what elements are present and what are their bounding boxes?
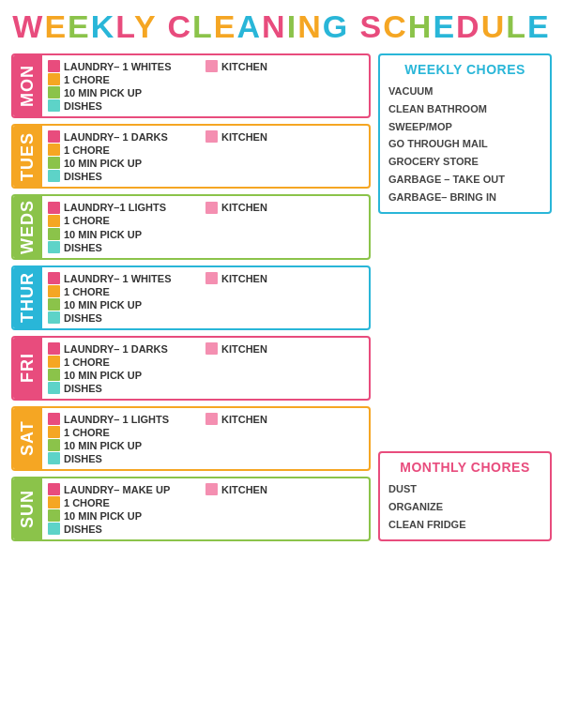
weekly-chore-item: SWEEP/MOP xyxy=(388,118,541,136)
chore-text: 1 CHORE xyxy=(64,427,110,438)
day-content-sun: LAUNDRY– MAKE UPKITCHEN1 CHORE10 MIN PIC… xyxy=(42,478,369,539)
chore-item: KITCHEN xyxy=(205,60,363,72)
chore-text: 10 MIN PICK UP xyxy=(64,440,142,451)
day-content-sat: LAUNDRY– 1 LIGHTSKITCHEN1 CHORE10 MIN PI… xyxy=(42,408,369,469)
chore-item xyxy=(205,426,363,438)
orange-swatch xyxy=(48,73,60,85)
chore-text: 1 CHORE xyxy=(64,215,110,226)
weekly-chore-item: GARBAGE – TAKE OUT xyxy=(388,171,541,189)
chore-item: LAUNDRY– 1 DARKS xyxy=(48,342,205,355)
day-label-tues: TUES xyxy=(13,126,42,187)
chore-item: 10 MIN PICK UP xyxy=(48,157,205,169)
pink-swatch xyxy=(205,202,218,214)
day-content-thur: LAUNDRY– 1 WHITESKITCHEN1 CHORE10 MIN PI… xyxy=(42,267,369,328)
green-swatch xyxy=(48,228,60,240)
chore-text: LAUNDRY– 1 WHITES xyxy=(64,61,172,72)
teal-swatch xyxy=(48,311,60,324)
green-swatch xyxy=(48,509,60,522)
teal-swatch xyxy=(48,170,60,182)
chore-item: DISHES xyxy=(48,241,205,253)
chore-item xyxy=(205,215,363,227)
chore-item: 10 MIN PICK UP xyxy=(48,509,205,522)
chore-text: 10 MIN PICK UP xyxy=(64,158,142,169)
day-content-fri: LAUNDRY– 1 DARKSKITCHEN1 CHORE10 MIN PIC… xyxy=(42,338,369,399)
chore-text: KITCHEN xyxy=(221,273,267,284)
chore-item xyxy=(205,228,363,240)
chore-text: KITCHEN xyxy=(221,131,267,143)
green-swatch xyxy=(48,369,60,381)
day-block-tues: TUESLAUNDRY– 1 DARKSKITCHEN1 CHORE10 MIN… xyxy=(11,124,371,189)
chore-item: 1 CHORE xyxy=(48,144,205,156)
teal-swatch xyxy=(48,452,60,464)
chore-text: DISHES xyxy=(64,523,102,535)
weekly-chores-title: WEEKLY CHORES xyxy=(388,62,541,77)
monthly-chores-list: DUSTORGANIZECLEAN FRIDGE xyxy=(388,480,541,533)
day-label-sat: SAT xyxy=(13,408,42,469)
page-title: WEEKLY CLEANING SCHEDULE xyxy=(11,9,552,44)
chore-text: KITCHEN xyxy=(221,343,267,355)
chore-item: KITCHEN xyxy=(205,413,363,425)
chore-text: DISHES xyxy=(64,312,102,324)
chore-item: KITCHEN xyxy=(205,272,363,284)
chore-text: 1 CHORE xyxy=(64,356,110,368)
monthly-chore-item: ORGANIZE xyxy=(388,498,541,516)
pink-swatch xyxy=(205,413,218,425)
orange-swatch xyxy=(48,496,60,508)
day-block-fri: FRILAUNDRY– 1 DARKSKITCHEN1 CHORE10 MIN … xyxy=(11,336,371,401)
chore-item xyxy=(205,311,363,324)
orange-swatch xyxy=(48,356,60,368)
chore-text: LAUNDRY– 1 DARKS xyxy=(64,343,168,355)
chore-item: LAUNDRY– 1 WHITES xyxy=(48,60,205,72)
chore-item: 1 CHORE xyxy=(48,73,205,85)
chore-item: 10 MIN PICK UP xyxy=(48,228,205,240)
pink-swatch xyxy=(205,483,218,495)
orange-swatch xyxy=(48,426,60,438)
chore-item xyxy=(205,496,363,508)
green-swatch xyxy=(48,298,60,311)
chore-text: DISHES xyxy=(64,242,102,253)
chore-item: LAUNDRY–1 LIGHTS xyxy=(48,201,205,213)
chore-item: 1 CHORE xyxy=(48,285,205,297)
chore-text: LAUNDRY– 1 WHITES xyxy=(64,273,172,284)
right-column: WEEKLY CHORES VACUUMCLEAN BATHROOMSWEEP/… xyxy=(378,53,552,541)
chore-item: LAUNDRY– 1 LIGHTS xyxy=(48,413,205,425)
day-block-sat: SATLAUNDRY– 1 LIGHTSKITCHEN1 CHORE10 MIN… xyxy=(11,406,371,471)
green-swatch xyxy=(48,86,60,99)
orange-swatch xyxy=(48,144,60,156)
chore-item: KITCHEN xyxy=(205,130,363,143)
red-swatch xyxy=(48,202,60,214)
chore-text: 10 MIN PICK UP xyxy=(64,510,142,522)
chore-item xyxy=(205,73,363,85)
chore-text: 1 CHORE xyxy=(64,286,110,297)
chore-item: LAUNDRY– 1 DARKS xyxy=(48,130,205,143)
day-block-mon: MONLAUNDRY– 1 WHITESKITCHEN1 CHORE10 MIN… xyxy=(11,53,371,118)
day-content-tues: LAUNDRY– 1 DARKSKITCHEN1 CHORE10 MIN PIC… xyxy=(42,126,369,187)
day-label-thur: THUR xyxy=(13,267,42,328)
chore-item xyxy=(205,523,363,535)
weekly-chores-box: WEEKLY CHORES VACUUMCLEAN BATHROOMSWEEP/… xyxy=(378,53,552,214)
chore-text: 10 MIN PICK UP xyxy=(64,299,142,311)
chore-item xyxy=(205,241,363,253)
days-column: MONLAUNDRY– 1 WHITESKITCHEN1 CHORE10 MIN… xyxy=(11,53,371,541)
chore-item xyxy=(205,382,363,394)
chore-item xyxy=(205,157,363,169)
chore-item: DISHES xyxy=(48,523,205,535)
weekly-chores-list: VACUUMCLEAN BATHROOMSWEEP/MOPGO THROUGH … xyxy=(388,83,541,205)
chore-text: KITCHEN xyxy=(221,484,267,495)
chore-text: DISHES xyxy=(64,383,102,394)
chore-item xyxy=(205,369,363,381)
chore-item xyxy=(205,144,363,156)
chore-item xyxy=(205,356,363,368)
chore-item xyxy=(205,439,363,451)
day-content-weds: LAUNDRY–1 LIGHTSKITCHEN1 CHORE10 MIN PIC… xyxy=(42,196,369,258)
chore-item: 10 MIN PICK UP xyxy=(48,369,205,381)
chore-item: DISHES xyxy=(48,452,205,464)
chore-item xyxy=(205,170,363,182)
day-block-sun: SUNLAUNDRY– MAKE UPKITCHEN1 CHORE10 MIN … xyxy=(11,477,371,541)
chore-item xyxy=(205,285,363,297)
chore-item: KITCHEN xyxy=(205,201,363,213)
day-label-weds: WEDS xyxy=(13,196,42,258)
chore-item: DISHES xyxy=(48,99,205,112)
weekly-chore-item: VACUUM xyxy=(388,83,541,100)
green-swatch xyxy=(48,157,60,169)
